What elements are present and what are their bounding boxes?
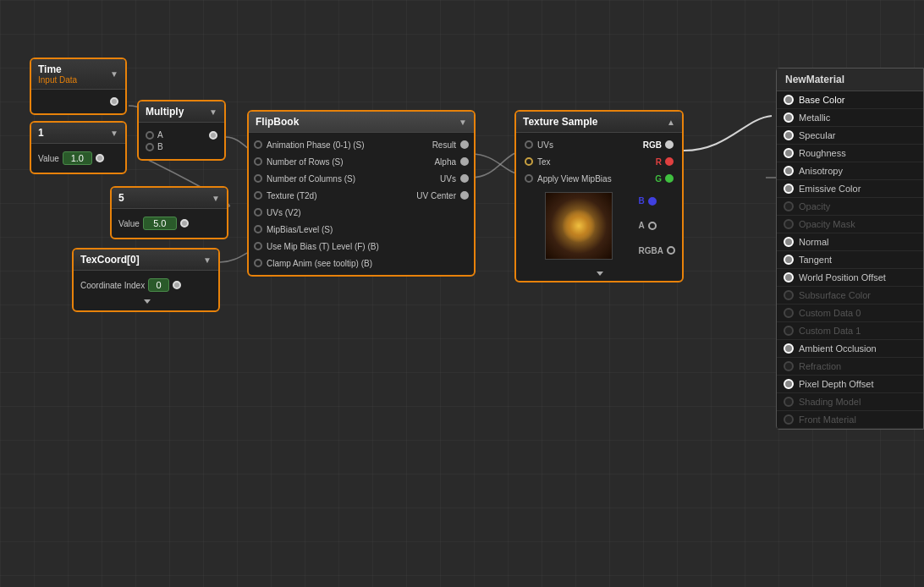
texcoord-chevron-icon[interactable]: ▼: [203, 255, 212, 265]
flipbook-row-5: MipBias/Level (S): [250, 221, 472, 238]
texcoord-coord-label: Coordinate Index: [80, 281, 145, 290]
value1-node-title: 1: [38, 127, 44, 139]
tex-uvs-in-pin: [525, 140, 533, 149]
flipbook-node-header[interactable]: FlipBook ▼: [249, 112, 474, 133]
flipbook-node: FlipBook ▼ Animation Phase (0-1) (S) Res…: [247, 110, 476, 277]
material-shading-pin: [784, 397, 794, 407]
texcoord-expand-icon[interactable]: [144, 299, 151, 304]
material-row-roughness[interactable]: Roughness: [777, 145, 923, 162]
texture-sample-node: Texture Sample ▲ UVs RGB Tex R: [514, 110, 684, 283]
material-row-metallic[interactable]: Metallic: [777, 109, 923, 127]
material-base-color-label: Base Color: [799, 95, 844, 105]
time-node-subtitle: Input Data: [38, 75, 77, 85]
material-subsurface-pin: [784, 290, 794, 300]
number5-value-row: Value: [118, 217, 220, 230]
flipbook-row-4: UVs (V2): [250, 204, 472, 221]
flipbook-result-pin: [460, 140, 469, 149]
flipbook-anim-label: Animation Phase (0-1) (S): [267, 140, 365, 150]
texcoord-coord-input[interactable]: [148, 278, 169, 292]
flipbook-usemip-label: Use Mip Bias (T) Level (F) (B): [267, 242, 379, 251]
multiply-node-title: Multiply: [146, 106, 184, 118]
material-emissive-label: Emissive Color: [799, 184, 861, 194]
material-row-tangent[interactable]: Tangent: [777, 251, 923, 269]
value1-chevron-icon[interactable]: ▼: [110, 129, 118, 138]
material-base-color-pin: [784, 95, 794, 105]
flipbook-texture-label: Texture (T2d): [267, 191, 316, 200]
flipbook-row-3: Texture (T2d) UV Center: [250, 187, 472, 204]
material-row-front[interactable]: Front Material: [777, 411, 923, 429]
material-row-emissive[interactable]: Emissive Color: [777, 180, 923, 198]
material-tangent-pin: [784, 255, 794, 265]
flipbook-uvsv2-label: UVs (V2): [267, 208, 301, 217]
time-node-title: Time: [38, 63, 77, 75]
tex-rgba-pin: [667, 246, 675, 255]
value1-node-header[interactable]: 1 ▼: [31, 123, 125, 144]
flipbook-cols-pin: [254, 174, 262, 183]
value1-input[interactable]: [63, 151, 92, 165]
tex-mip-in-pin: [525, 174, 533, 183]
multiply-chevron-icon[interactable]: ▼: [209, 107, 217, 117]
material-wpo-label: World Position Offset: [799, 272, 886, 283]
material-row-anisotropy[interactable]: Anisotropy: [777, 162, 923, 180]
material-opacity-mask-label: Opacity Mask: [799, 219, 855, 229]
material-wpo-pin: [784, 272, 794, 283]
flipbook-chevron-icon[interactable]: ▼: [459, 118, 467, 127]
texcoord-coord-row: Coordinate Index: [80, 278, 212, 292]
material-row-wpo[interactable]: World Position Offset: [777, 269, 923, 287]
time-node-chevron-icon[interactable]: ▼: [110, 69, 118, 79]
texture-sample-header[interactable]: Texture Sample ▲: [516, 112, 682, 133]
material-metallic-pin: [784, 112, 794, 123]
time-node: Time Input Data ▼: [30, 58, 127, 115]
tex-uvs-label: UVs: [537, 140, 553, 150]
flipbook-alpha-pin: [460, 157, 469, 166]
material-row-custom0[interactable]: Custom Data 0: [777, 304, 923, 322]
time-node-header[interactable]: Time Input Data ▼: [31, 59, 125, 90]
flipbook-row-6: Use Mip Bias (T) Level (F) (B): [250, 238, 472, 255]
flipbook-uvs-out-pin: [460, 174, 469, 183]
tex-tex-label: Tex: [537, 157, 551, 167]
multiply-node-header[interactable]: Multiply ▼: [139, 101, 224, 123]
texcoord-node-title: TexCoord[0]: [80, 254, 140, 266]
number5-node-title: 5: [118, 192, 124, 204]
value1-node-body: Value: [31, 144, 125, 173]
material-opacity-pin: [784, 201, 794, 211]
material-anisotropy-label: Anisotropy: [799, 166, 843, 176]
flipbook-uvcenter-label: UV Center: [416, 191, 456, 200]
multiply-a-pin: [146, 131, 154, 140]
flipbook-clamp-label: Clamp Anim (see tooltip) (B): [267, 259, 372, 268]
flipbook-texture-pin: [254, 191, 262, 200]
material-emissive-pin: [784, 184, 794, 194]
material-specular-label: Specular: [799, 130, 835, 140]
texcoord-output-pin: [173, 281, 181, 289]
material-row-pdo[interactable]: Pixel Depth Offset: [777, 376, 923, 393]
material-tangent-label: Tangent: [799, 255, 832, 265]
flipbook-node-body: Animation Phase (0-1) (S) Result Number …: [249, 133, 474, 275]
material-row-opacity-mask[interactable]: Opacity Mask: [777, 216, 923, 233]
tex-mip-label: Apply View MipBias: [537, 174, 612, 184]
material-row-specular[interactable]: Specular: [777, 127, 923, 145]
material-row-custom1[interactable]: Custom Data 1: [777, 322, 923, 340]
texture-chevron-icon[interactable]: ▲: [667, 118, 675, 127]
number5-input[interactable]: [143, 217, 177, 230]
value1-label: Value: [38, 154, 59, 163]
multiply-b-label: B: [157, 142, 163, 151]
material-row-ao[interactable]: Ambient Occlusion: [777, 340, 923, 358]
tex-tex-in-pin: [525, 157, 533, 166]
material-row-refraction[interactable]: Refraction: [777, 358, 923, 376]
material-row-shading[interactable]: Shading Model: [777, 393, 923, 411]
number5-chevron-icon[interactable]: ▼: [212, 194, 220, 203]
texture-expand-icon[interactable]: [597, 272, 603, 276]
tex-rgb-label: RGB: [643, 140, 662, 150]
flipbook-clamp-pin: [254, 259, 262, 267]
material-row-subsurface[interactable]: Subsurface Color: [777, 287, 923, 304]
tex-r-label: R: [656, 157, 662, 167]
number5-node-header[interactable]: 5 ▼: [112, 188, 227, 209]
texcoord-node-header[interactable]: TexCoord[0] ▼: [74, 250, 218, 271]
material-row-base-color[interactable]: Base Color: [777, 91, 923, 109]
material-row-normal[interactable]: Normal: [777, 233, 923, 251]
material-panel: NewMaterial Base Color Metallic Specular…: [776, 68, 924, 430]
material-row-opacity[interactable]: Opacity: [777, 198, 923, 216]
flipbook-uvs-out-label: UVs: [440, 174, 456, 184]
value1-node: 1 ▼ Value: [30, 121, 127, 174]
material-custom1-pin: [784, 326, 794, 336]
